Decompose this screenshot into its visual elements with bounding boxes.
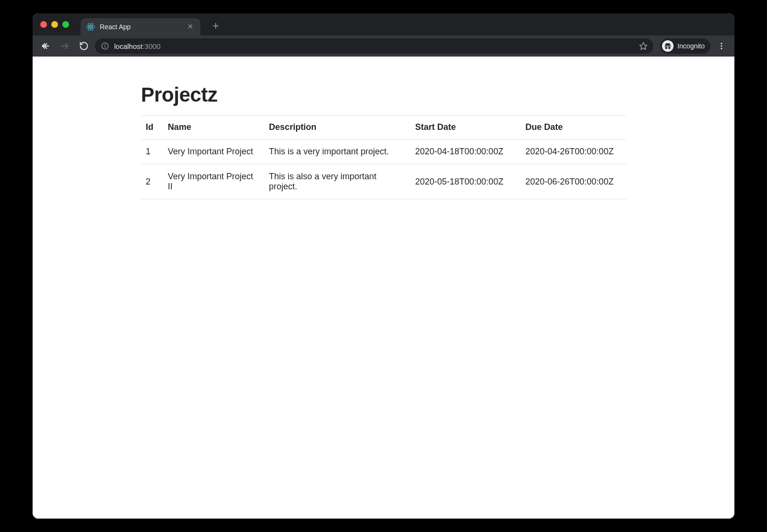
incognito-badge[interactable]: Incognito — [660, 38, 710, 54]
svg-point-16 — [721, 46, 722, 47]
cell-due-date: 2020-06-26T00:00:00Z — [521, 164, 626, 199]
cell-id: 2 — [141, 164, 163, 199]
url-host: localhost — [114, 42, 142, 50]
reload-button[interactable] — [76, 38, 92, 54]
cell-name: Very Important Project — [163, 139, 264, 164]
cell-description: This is a very important project. — [264, 139, 410, 164]
cell-due-date: 2020-04-26T00:00:00Z — [521, 139, 626, 164]
col-description: Description — [264, 116, 410, 139]
page-title: Projectz — [141, 83, 626, 106]
forward-button[interactable] — [57, 38, 73, 54]
url-text: localhost:3000 — [114, 42, 634, 50]
site-info-icon[interactable] — [101, 42, 109, 50]
tab-close-button[interactable] — [186, 23, 195, 31]
window-close-button[interactable] — [40, 21, 47, 28]
title-bar: React App — [33, 13, 734, 35]
window-maximize-button[interactable] — [62, 21, 69, 28]
browser-menu-button[interactable] — [713, 38, 730, 54]
cell-start-date: 2020-04-18T00:00:00Z — [410, 139, 521, 164]
page-container: Projectz Id Name Description Start Date … — [129, 57, 638, 226]
page-viewport[interactable]: Projectz Id Name Description Start Date … — [33, 57, 734, 519]
window-controls — [40, 21, 69, 28]
react-favicon-icon — [86, 23, 95, 31]
cell-name: Very Important Project II — [163, 164, 264, 199]
table-row: 1 Very Important Project This is a very … — [141, 139, 626, 164]
table-header-row: Id Name Description Start Date Due Date — [141, 116, 626, 139]
svg-point-0 — [90, 26, 91, 27]
window-minimize-button[interactable] — [51, 21, 58, 28]
table-row: 2 Very Important Project II This is also… — [141, 164, 626, 199]
incognito-icon — [662, 40, 674, 52]
col-start-date: Start Date — [410, 116, 521, 139]
svg-point-15 — [721, 43, 722, 44]
svg-point-17 — [721, 48, 722, 49]
col-due-date: Due Date — [521, 116, 626, 139]
back-button[interactable] — [37, 38, 54, 54]
projects-table: Id Name Description Start Date Due Date … — [141, 115, 626, 199]
browser-toolbar: localhost:3000 Incognito — [33, 35, 734, 57]
browser-window: React App localhost:3000 — [33, 13, 734, 519]
bookmark-star-icon[interactable] — [639, 42, 648, 50]
browser-tab[interactable]: React App — [81, 18, 200, 35]
url-port: :3000 — [142, 42, 161, 50]
svg-point-13 — [105, 44, 105, 45]
cell-id: 1 — [141, 139, 163, 164]
svg-marker-14 — [640, 43, 647, 50]
tab-title: React App — [100, 23, 181, 31]
cell-start-date: 2020-05-18T00:00:00Z — [410, 164, 521, 199]
col-id: Id — [141, 116, 163, 139]
cell-description: This is also a very important project. — [264, 164, 410, 199]
incognito-label: Incognito — [677, 42, 705, 50]
col-name: Name — [163, 116, 264, 139]
new-tab-button[interactable] — [209, 19, 222, 33]
address-bar[interactable]: localhost:3000 — [95, 38, 653, 54]
